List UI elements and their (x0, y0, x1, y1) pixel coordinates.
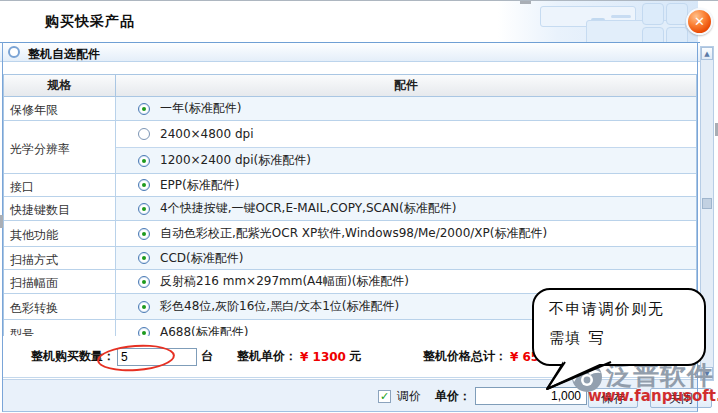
unit-price-value: ¥ 1300 (300, 350, 346, 364)
radio-selected-icon[interactable] (138, 155, 150, 167)
unit-price-label: 整机单价： (237, 348, 297, 365)
radio-selected-icon[interactable] (138, 252, 150, 264)
option-row[interactable]: 2400×4800 dpi (116, 121, 696, 147)
qty-unit: 台 (201, 348, 213, 365)
option-label: 彩色48位,灰阶16位,黑白/文本1位(标准配件) (160, 298, 399, 315)
resize-notch (0, 215, 3, 228)
titlebar: 购买快采产品 (0, 1, 718, 42)
radio-selected-icon[interactable] (138, 179, 150, 191)
dialog-title: 购买快采产品 (45, 13, 135, 31)
scrollbar-thumb[interactable] (702, 198, 712, 209)
unit-price-unit: 元 (349, 348, 361, 365)
option-row[interactable]: 自动色彩校正,配紫光OCR XP软件,Windows98/Me/2000/XP(… (116, 221, 696, 246)
spec-label: 扫描方式 (4, 247, 116, 269)
spec-label: 扫描幅面 (4, 270, 116, 293)
section-radio-icon[interactable] (8, 46, 20, 58)
radio-selected-icon[interactable] (138, 228, 150, 240)
header-accessory: 配件 (116, 75, 696, 96)
price-label: 单价： (435, 388, 471, 405)
close-icon[interactable]: ✕ (686, 8, 713, 35)
adjust-price-checkbox[interactable]: ✓ (378, 390, 391, 403)
option-row[interactable]: 一年(标准配件) (116, 97, 696, 120)
header-spec: 规格 (4, 75, 116, 96)
option-label: 1200×2400 dpi(标准配件) (160, 152, 311, 169)
spec-label: 色彩转换 (4, 294, 116, 319)
option-label: 自动色彩校正,配紫光OCR XP软件,Windows98/Me/2000/XP(… (160, 225, 547, 242)
qty-label: 整机购买数量： (31, 348, 115, 365)
purchase-dialog: 购买快采产品 ✕ 整机自选配件 规格 配件 保修年限一年(标准配件)光学分辨率2… (0, 0, 718, 413)
option-row[interactable]: CCD(标准配件) (116, 247, 696, 269)
option-label: 2400×4800 dpi (160, 127, 254, 141)
adjust-price-label: 调价 (397, 388, 421, 405)
radio-selected-icon[interactable] (138, 301, 150, 313)
callout-line-1: 不申请调价则无 (549, 295, 705, 324)
radio-selected-icon[interactable] (138, 103, 150, 115)
option-label: CCD(标准配件) (160, 250, 243, 267)
section-title: 整机自选配件 (28, 46, 100, 63)
option-label: 一年(标准配件) (160, 100, 241, 117)
option-row[interactable]: 1200×2400 dpi(标准配件) (116, 147, 696, 173)
spec-label: 保修年限 (4, 97, 116, 120)
callout-line-2: 需填 写 (549, 324, 705, 353)
deco-tile (666, 3, 688, 25)
callout-text: 不申请调价则无 需填 写 (549, 295, 705, 353)
deco-tile (642, 27, 664, 42)
table-header-row: 规格 配件 (4, 75, 696, 97)
deco-line (611, 15, 631, 18)
deco-tile (642, 3, 664, 25)
section-bar: 整机自选配件 (0, 42, 700, 62)
spec-label: 接口 (4, 174, 116, 196)
option-row[interactable]: 4个快捷按键,一键OCR,E-MAIL,COPY,SCAN(标准配件) (116, 197, 696, 220)
option-label: 4个快捷按键,一键OCR,E-MAIL,COPY,SCAN(标准配件) (160, 200, 456, 217)
resize-notch (520, 1, 531, 4)
option-row[interactable]: EPP(标准配件) (116, 174, 696, 196)
radio-selected-icon[interactable] (138, 203, 150, 215)
radio-icon[interactable] (138, 128, 150, 140)
spec-label: 快捷键数目 (4, 197, 116, 220)
total-price-label: 整机价格总计： (423, 348, 507, 365)
titlebar-decoration (498, 1, 698, 42)
spec-label: 其他功能 (4, 221, 116, 246)
deco-tile (666, 27, 688, 42)
qty-input[interactable] (117, 348, 197, 366)
spec-label: 光学分辨率 (4, 121, 116, 173)
radio-selected-icon[interactable] (138, 276, 150, 288)
option-label: EPP(标准配件) (160, 177, 239, 194)
option-label: 反射稿216 mm×297mm(A4幅面)(标准配件) (160, 273, 409, 290)
scroll-up-icon[interactable]: ▲ (701, 47, 713, 60)
